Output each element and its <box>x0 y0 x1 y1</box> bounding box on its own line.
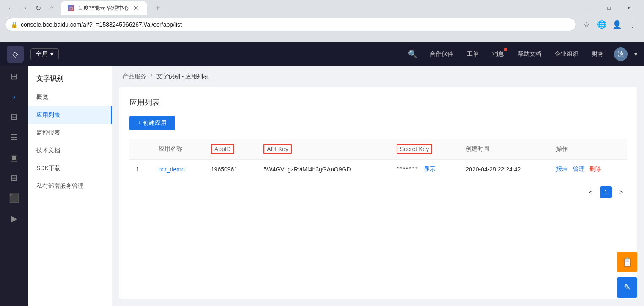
pagination-page-1[interactable]: 1 <box>600 186 612 198</box>
address-bar: 🔒 console.bce.baidu.com/ai/?_=1588245966… <box>0 16 644 34</box>
row-appname: ocr_demo <box>152 160 204 179</box>
sidebar-icon-play[interactable]: ▶ <box>5 210 22 227</box>
avatar-dropdown-icon: ▾ <box>634 51 637 58</box>
nav-workorder[interactable]: 工单 <box>463 49 482 60</box>
float-help-button[interactable]: ✎ <box>617 277 637 298</box>
breadcrumb-sep: / <box>151 73 152 80</box>
col-secretkey: Secret Key <box>390 139 459 160</box>
main-content: 产品服务 / 文字识别 - 应用列表 应用列表 + 创建应用 应用名称 AppI… <box>112 66 644 306</box>
browser-nav-controls: ← → ↻ ⌂ <box>5 2 58 14</box>
action-delete[interactable]: 删除 <box>589 165 601 172</box>
sidebar-icon-dashboard[interactable]: ⊞ <box>5 68 22 85</box>
nav-enterprise[interactable]: 企业组织 <box>551 49 582 60</box>
float-feedback-button[interactable]: 📋 <box>617 252 637 272</box>
nav-item-sdk[interactable]: SDK下载 <box>28 160 112 177</box>
new-tab-button[interactable]: + <box>152 2 164 14</box>
row-appid: 19650961 <box>204 160 257 179</box>
nav-item-applist[interactable]: 应用列表 <box>28 106 112 124</box>
app-table: 应用名称 AppID API Key Secret Key 创建时间 操作 <box>129 139 627 179</box>
url-text: console.bce.baidu.com/ai/?_=158824596626… <box>21 21 182 28</box>
sidebar-icon-grid[interactable]: ⊟ <box>5 108 22 125</box>
profile-button[interactable]: 🌐 <box>595 18 608 31</box>
apikey-header-box: API Key <box>263 144 292 154</box>
nav-item-techdocs[interactable]: 技术文档 <box>28 142 112 160</box>
col-index <box>129 139 152 160</box>
nav-messages[interactable]: 消息 <box>489 49 507 60</box>
action-report[interactable]: 报表 <box>556 165 568 172</box>
row-secretkey: ******* 显示 <box>390 160 459 179</box>
tab-close-button[interactable]: ✕ <box>132 4 140 12</box>
bookmark-button[interactable]: ☆ <box>580 18 593 31</box>
breadcrumb-products[interactable]: 产品服务 <box>123 73 146 80</box>
appid-header-box: AppID <box>211 144 234 154</box>
minimize-button[interactable]: ─ <box>579 1 598 15</box>
col-actions: 操作 <box>549 139 627 160</box>
nav-helpdocs[interactable]: 帮助文档 <box>514 49 545 60</box>
sidebar-icon-monitor[interactable]: ▣ <box>5 149 22 166</box>
content-panel: 应用列表 + 创建应用 应用名称 AppID API Key Secret Ke… <box>119 87 637 299</box>
page-title: 应用列表 <box>129 97 627 108</box>
show-secret-key-button[interactable]: 显示 <box>424 165 436 172</box>
nav-sidebar-title: 文字识别 <box>28 66 112 88</box>
pagination-prev[interactable]: < <box>585 186 597 198</box>
maximize-button[interactable]: □ <box>599 1 619 15</box>
secretkey-header-box: Secret Key <box>397 144 432 154</box>
refresh-button[interactable]: ↻ <box>32 2 44 14</box>
back-button[interactable]: ← <box>5 2 17 14</box>
home-button[interactable]: ⌂ <box>46 2 58 14</box>
sidebar: ⊞ › ⊟ ☰ ▣ ⊞ ⬛ ▶ <box>0 42 28 306</box>
pagination: < 1 > <box>129 179 627 205</box>
lock-icon: 🔒 <box>11 21 18 28</box>
nav-finance[interactable]: 财务 <box>589 49 607 60</box>
pagination-next[interactable]: > <box>615 186 627 198</box>
user-profile-button[interactable]: 👤 <box>610 18 624 31</box>
breadcrumb: 产品服务 / 文字识别 - 应用列表 <box>112 66 644 87</box>
nav-partner[interactable]: 合作伙伴 <box>426 49 457 60</box>
url-actions: ☆ 🌐 👤 ⋮ <box>580 18 639 31</box>
global-selector[interactable]: 全局 ▾ <box>30 48 59 60</box>
create-app-button[interactable]: + 创建应用 <box>129 116 175 130</box>
col-createtime: 创建时间 <box>459 139 549 160</box>
secret-key-masked: ******* <box>397 165 419 172</box>
table-row: 1 ocr_demo 19650961 5W4GVLgzRviMf4h3gGAo… <box>129 160 627 179</box>
tab-title: 百度智能云-管理中心 <box>78 4 129 12</box>
nav-item-private[interactable]: 私有部署服务管理 <box>28 177 112 195</box>
sidebar-icon-media[interactable]: ⬛ <box>5 190 22 207</box>
search-button[interactable]: 🔍 <box>406 47 419 61</box>
forward-button[interactable]: → <box>19 2 30 14</box>
nav-sidebar: 文字识别 概览 应用列表 监控报表 技术文档 SDK下载 私有部署服务管理 <box>28 42 112 306</box>
col-appid: AppID <box>204 139 257 160</box>
sidebar-icon-expand[interactable]: › <box>5 88 22 105</box>
user-avatar[interactable]: 淡 <box>614 47 628 61</box>
nav-item-overview[interactable]: 概览 <box>28 88 112 106</box>
active-tab[interactable]: 百 百度智能云-管理中心 ✕ <box>61 1 147 15</box>
menu-button[interactable]: ⋮ <box>625 18 639 31</box>
row-actions: 报表 管理 删除 <box>549 160 627 179</box>
message-badge <box>504 48 507 51</box>
col-appname: 应用名称 <box>152 139 204 160</box>
app-name-link[interactable]: ocr_demo <box>159 166 185 173</box>
breadcrumb-current: 文字识别 - 应用列表 <box>156 73 209 80</box>
window-controls: ─ □ ✕ <box>579 1 639 15</box>
logo-icon: ◇ <box>12 50 18 59</box>
nav-item-monitor[interactable]: 监控报表 <box>28 124 112 142</box>
url-input[interactable]: 🔒 console.bce.baidu.com/ai/?_=1588245966… <box>5 18 576 31</box>
sidebar-icon-apps[interactable]: ⊞ <box>5 169 22 186</box>
feedback-icon: 📋 <box>622 257 633 267</box>
row-createtime: 2020-04-28 22:24:42 <box>459 160 549 179</box>
sidebar-icon-document[interactable]: ☰ <box>5 129 22 146</box>
col-apikey: API Key <box>257 139 389 160</box>
global-label: 全局 <box>36 50 48 58</box>
help-icon: ✎ <box>624 282 631 292</box>
close-button[interactable]: ✕ <box>619 1 639 15</box>
chevron-down-icon: ▾ <box>50 51 53 58</box>
row-index: 1 <box>129 160 152 179</box>
row-apikey: 5W4GVLgzRviMf4h3gGAoO9GD <box>257 160 389 179</box>
tab-favicon: 百 <box>68 5 74 11</box>
action-manage[interactable]: 管理 <box>573 165 585 172</box>
app-header: ◇ 全局 ▾ 🔍 合作伙伴 工单 消息 帮助文档 企业组织 财务 淡 ▾ <box>0 42 644 66</box>
app-logo: ◇ <box>7 46 24 63</box>
